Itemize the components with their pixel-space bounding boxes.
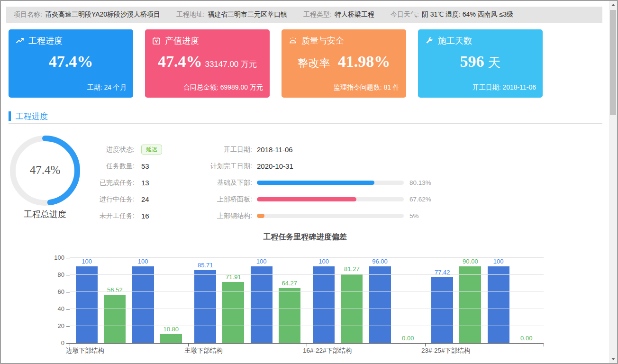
topbar-item-label: 工程地址: bbox=[176, 10, 205, 18]
vertical-scrollbar[interactable] bbox=[609, 1, 617, 363]
chart-category-label: 16#-22#下部结构 bbox=[303, 346, 421, 355]
chart-bar-wrap: 0.00 bbox=[516, 258, 537, 343]
y-axis-tick-label: 100 bbox=[44, 254, 64, 261]
topbar-item: 工程类型:特大桥梁工程 bbox=[303, 10, 374, 19]
kpi-value-suffix: 天 bbox=[488, 55, 501, 70]
chart-bar-wrap: 10.80 bbox=[160, 258, 182, 343]
kpi-card-footer: 开工日期: 2018-11-06 bbox=[473, 83, 536, 92]
chart-bar-wrap: 100 bbox=[76, 258, 98, 343]
y-axis-tick-mark bbox=[66, 275, 70, 275]
kpi-card-title: 产值进度 bbox=[165, 35, 199, 46]
stat-label: 任务数量: bbox=[90, 162, 135, 171]
scrollbar-down-arrow-icon[interactable] bbox=[609, 355, 617, 363]
kpi-value-suffix: 33147.00 万元 bbox=[205, 60, 257, 69]
chart-bar bbox=[104, 295, 126, 343]
chart-gridline bbox=[70, 309, 544, 309]
overall-progress-donut: 47.4% bbox=[9, 135, 81, 206]
topbar-item-value: 特大桥梁工程 bbox=[335, 10, 374, 18]
kpi-card-footer: 合同总金额: 69989.00 万元 bbox=[183, 83, 263, 92]
chart-bar-wrap: 90.00 bbox=[459, 258, 481, 343]
stat-row: 已完成任务:13 bbox=[90, 174, 204, 191]
x-axis-tick-mark bbox=[425, 344, 426, 346]
stat-label: 已完成任务: bbox=[90, 179, 135, 187]
section-accent-bar bbox=[9, 111, 11, 121]
stat-row: 进度状态:延迟 bbox=[90, 141, 204, 158]
x-axis-tick-mark bbox=[544, 344, 544, 346]
chart-bar-wrap: 0.00 bbox=[397, 258, 419, 343]
scrollbar-thumb[interactable] bbox=[610, 10, 616, 115]
chart-bar bbox=[313, 266, 335, 343]
y-axis-tick-mark bbox=[66, 343, 70, 344]
chart-category-label: 边墩下部结构 bbox=[66, 346, 184, 355]
dashboard-window: 项目名称:莆炎高速三明段YA20标段沙溪大桥项目工程地址:福建省三明市三元区莘口… bbox=[0, 0, 618, 364]
chart-bar bbox=[431, 277, 453, 343]
chart-bar-value-label: 90.00 bbox=[463, 258, 478, 265]
chart-bar bbox=[132, 266, 154, 343]
stat-row: 任务数量:53 bbox=[90, 158, 204, 174]
progress-bar-label: 上部钢结构: bbox=[204, 212, 252, 220]
chart-x-labels: 边墩下部结构主墩下部结构16#-22#下部结构23#-25#下部结构 bbox=[66, 346, 540, 355]
detail-row: 开工日期:2018-11-06 bbox=[204, 141, 450, 158]
chart-bar-value-label: 0.00 bbox=[402, 335, 414, 342]
progress-bar-fill bbox=[257, 181, 374, 185]
stat-value: 16 bbox=[141, 212, 149, 220]
x-axis-tick-mark bbox=[307, 344, 307, 346]
kpi-card-value: 47.4% bbox=[15, 50, 127, 76]
topbar-item-value: 莆炎高速三明段YA20标段沙溪大桥项目 bbox=[45, 10, 160, 18]
schedule-details: 开工日期:2018-11-06计划完工日期:2020-10-31基础及下部:80… bbox=[204, 141, 450, 224]
kpi-card-header: 工程进度 bbox=[15, 35, 127, 46]
status-badge: 延迟 bbox=[141, 145, 162, 155]
chart-bar-wrap: 100 bbox=[488, 258, 509, 343]
kpi-card-header: 产值进度 bbox=[152, 35, 263, 46]
progress-bar-track bbox=[257, 214, 404, 218]
chart-gridline bbox=[70, 257, 544, 258]
chart-bar bbox=[251, 266, 273, 343]
stat-value: 13 bbox=[141, 179, 149, 187]
y-axis-tick-label: 20 bbox=[44, 322, 64, 329]
wrench-icon bbox=[425, 36, 434, 46]
x-axis-tick-mark bbox=[188, 344, 189, 346]
y-axis-tick-mark bbox=[66, 258, 70, 258]
y-axis-tick-label: 80 bbox=[44, 271, 64, 278]
kpi-value-prefix: 整改率 bbox=[298, 57, 330, 69]
chart-bar-wrap: 71.91 bbox=[222, 258, 244, 343]
y-axis-tick-mark bbox=[66, 292, 70, 292]
chart-bar-value-label: 10.80 bbox=[163, 326, 179, 333]
detail-row: 计划完工日期:2020-10-31 bbox=[204, 158, 450, 174]
chart-bar-value-label: 85.71 bbox=[198, 262, 213, 269]
stat-value: 24 bbox=[141, 195, 149, 203]
kpi-value-main: 596 bbox=[460, 53, 484, 70]
chart-bar-value-label: 100 bbox=[318, 258, 329, 265]
top-info-bar: 项目名称:莆炎高速三明段YA20标段沙溪大桥项目工程地址:福建省三明市三元区莘口… bbox=[6, 7, 602, 23]
chart-bar-value-label: 96.00 bbox=[372, 258, 388, 265]
progress-bar-row: 上部钢结构:5% bbox=[204, 208, 450, 224]
kpi-card-title: 工程进度 bbox=[28, 35, 63, 46]
topbar-item-value: 阴 31℃ 湿度: 64% 西南风 ≤3级 bbox=[422, 10, 513, 18]
chart-bar bbox=[369, 266, 391, 343]
chart-bar-wrap: 64.27 bbox=[279, 258, 300, 343]
chart-bar bbox=[459, 266, 481, 343]
chart-plot: 10056.5210010.8085.7171.9110064.2710081.… bbox=[70, 258, 544, 344]
chart-bar-value-label: 100 bbox=[138, 258, 148, 265]
kpi-card-footer: 工期: 24 个月 bbox=[87, 83, 127, 92]
chart-category-label: 23#-25#下部结构 bbox=[421, 346, 540, 355]
kpi-card-value: 整改率41.98% bbox=[288, 50, 400, 76]
stat-row: 未开工任务:16 bbox=[90, 208, 204, 224]
donut-caption: 工程总进度 bbox=[9, 209, 81, 220]
kpi-card-value: 596天 bbox=[425, 50, 536, 76]
topbar-item-value: 福建省三明市三元区莘口镇 bbox=[208, 10, 287, 18]
kpi-card-header: 质量与安全 bbox=[288, 35, 400, 46]
detail-label: 开工日期: bbox=[204, 146, 252, 154]
chart-bar-value-label: 100 bbox=[256, 258, 267, 265]
chart-title: 工程任务里程碑进度偏差 bbox=[1, 232, 609, 242]
chart-bar-wrap: 81.27 bbox=[341, 258, 363, 343]
chart-bar-value-label: 81.27 bbox=[344, 265, 360, 273]
topbar-item: 今日天气:阴 31℃ 湿度: 64% 西南风 ≤3级 bbox=[391, 10, 513, 19]
progress-bar-label: 基础及下部: bbox=[204, 179, 252, 187]
chart-gridline bbox=[70, 291, 544, 292]
kpi-cards-row: 工程进度47.4%工期: 24 个月产值进度47.4%33147.00 万元合同… bbox=[9, 29, 543, 98]
chart-bar bbox=[488, 266, 509, 343]
kpi-value-main: 41.98% bbox=[338, 53, 391, 70]
kpi-card: 质量与安全整改率41.98%监理指令问题数: 81 件 bbox=[282, 29, 406, 98]
scrollbar-up-arrow-icon[interactable] bbox=[609, 1, 617, 9]
